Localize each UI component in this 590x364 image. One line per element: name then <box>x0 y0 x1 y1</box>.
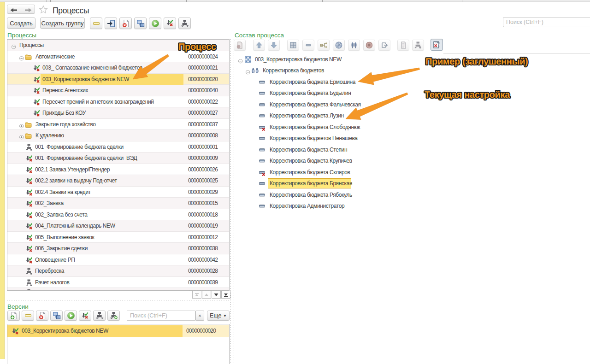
svg-text:Пример (заглушенный): Пример (заглушенный) <box>425 57 528 67</box>
svg-text:Текущая настройка: Текущая настройка <box>425 90 510 100</box>
svg-text:Пример (заглушенный): Пример (заглушенный) <box>425 57 528 67</box>
svg-text:Текущая настройка: Текущая настройка <box>425 90 510 100</box>
svg-text:Текущая настройка: Текущая настройка <box>425 90 510 100</box>
svg-text:Пример (заглушенный): Пример (заглушенный) <box>425 57 528 67</box>
